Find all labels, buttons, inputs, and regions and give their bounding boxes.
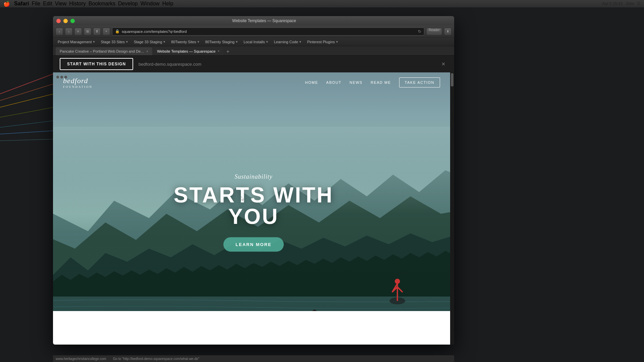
mouse-cursor xyxy=(241,196,246,202)
forward-button[interactable]: › xyxy=(65,28,72,35)
browser-window: Website Templates — Squarespace ‹ › ≡ ⊞ … xyxy=(53,16,454,345)
tab-bar: Pancake Creative – Portland Web Design a… xyxy=(53,46,454,56)
close-window-button[interactable] xyxy=(56,19,61,23)
status-site: www.heritagechristiancollege.com xyxy=(56,357,106,361)
apple-menu[interactable]: 🍎 xyxy=(3,1,10,7)
bookmark-stage33-staging[interactable]: Stage 33 Staging ▼ xyxy=(132,39,168,45)
logo-main: bedford xyxy=(63,76,88,85)
hero-subtitle: Sustainability xyxy=(153,173,354,180)
show-tabs-button[interactable]: ⊞ xyxy=(84,28,91,35)
tab-close-button[interactable]: × xyxy=(146,50,148,53)
nav-news[interactable]: NEWS xyxy=(350,80,363,84)
bookmark-stage33-sites[interactable]: Stage 33 Sites ▼ xyxy=(99,39,130,45)
status-bar: www.heritagechristiancollege.com Go to "… xyxy=(53,355,454,362)
share-button[interactable]: ⬆ xyxy=(93,28,101,35)
menu-file[interactable]: File xyxy=(30,1,42,7)
download-button[interactable]: ⬇ xyxy=(444,28,451,35)
close-preview-button[interactable]: × xyxy=(439,60,447,68)
bedford-preview[interactable]: bedford FOUNDATION HOME ABOUT NEWS READ … xyxy=(53,72,454,345)
ss-topbar: START WITH THIS DESIGN bedford-demo.squa… xyxy=(53,56,454,72)
white-section xyxy=(53,311,450,345)
show-sidebar-button[interactable]: ≡ xyxy=(74,28,82,35)
address-bar[interactable]: 🔒 squarespace.com/templates?q=bedford ↻ xyxy=(112,27,424,36)
menu-help[interactable]: Help xyxy=(161,1,175,7)
menu-develop[interactable]: Develop xyxy=(117,1,139,7)
svg-line-6 xyxy=(0,139,54,141)
nav-take-action[interactable]: TAKE ACTION xyxy=(399,77,440,87)
bookmark-80twenty-sites[interactable]: 80Twenty Sites ▼ xyxy=(169,39,202,45)
bookmark-local-installs[interactable]: Local Installs ▼ xyxy=(241,39,271,45)
start-design-button[interactable]: START WITH THIS DESIGN xyxy=(60,58,133,70)
bookmark-dropdown-icon: ▼ xyxy=(125,40,128,44)
bookmark-label: Learning Code xyxy=(274,40,298,44)
maximize-window-button[interactable] xyxy=(70,19,75,23)
bookmark-learning-code[interactable]: Learning Code ▼ xyxy=(272,39,304,45)
reader-button[interactable]: Reader xyxy=(426,28,442,35)
nav-home[interactable]: HOME xyxy=(305,80,318,84)
hero-content: Sustainability STARTS WITH YOU LEARN MOR… xyxy=(153,173,354,252)
bookmark-pinterest-plugins[interactable]: Pinterest Plugins ▼ xyxy=(305,39,340,45)
bookmark-dropdown-icon: ▼ xyxy=(93,40,96,44)
nav-read-me[interactable]: READ ME xyxy=(371,80,391,84)
new-tab-button[interactable]: + xyxy=(224,48,231,55)
scrollbar-thumb[interactable] xyxy=(451,73,453,86)
bookmark-label: Stage 33 Sites xyxy=(101,40,125,44)
scrollbar[interactable] xyxy=(450,72,454,345)
demo-url: bedford-demo.squarespace.com xyxy=(139,62,201,67)
title-bar: Website Templates — Squarespace xyxy=(53,16,454,25)
bookmark-label: Stage 33 Staging xyxy=(134,40,162,44)
menubar-user: John xyxy=(626,1,634,6)
bedford-hero: bedford FOUNDATION HOME ABOUT NEWS READ … xyxy=(53,72,454,345)
add-bookmark-button[interactable]: + xyxy=(103,28,110,35)
menu-edit[interactable]: Edit xyxy=(42,1,54,7)
nav-about[interactable]: ABOUT xyxy=(326,80,341,84)
tab-squarespace[interactable]: Website Templates — Squarespace × xyxy=(153,47,223,55)
bookmark-dropdown-icon: ▼ xyxy=(197,40,200,44)
back-button[interactable]: ‹ xyxy=(56,28,63,35)
bookmark-project-mgmt[interactable]: Project Management ▼ xyxy=(56,39,97,45)
svg-line-1 xyxy=(0,84,54,101)
bookmark-label: Pinterest Plugins xyxy=(307,40,335,44)
menubar-icon-notch: ☰ xyxy=(637,1,641,6)
svg-line-0 xyxy=(0,74,54,94)
svg-line-5 xyxy=(0,131,54,134)
menu-safari[interactable]: Safari xyxy=(13,1,30,7)
bookmark-dropdown-icon: ▼ xyxy=(299,40,302,44)
menubar-time: Apr 5 15:41 xyxy=(602,1,623,6)
logo-sub: FOUNDATION xyxy=(63,85,93,88)
svg-line-2 xyxy=(0,94,54,107)
menu-window[interactable]: Window xyxy=(139,1,161,7)
bookmark-80twenty-staging[interactable]: 80Twenty Staging ▼ xyxy=(203,39,240,45)
squarespace-overlay: START WITH THIS DESIGN bedford-demo.squa… xyxy=(53,56,454,345)
menubar-right: Apr 5 15:41 John ☰ xyxy=(602,1,641,6)
tab-pancake[interactable]: Pancake Creative – Portland Web Design a… xyxy=(56,47,152,55)
window-title: Website Templates — Squarespace xyxy=(77,18,451,23)
bookmark-dropdown-icon: ▼ xyxy=(266,40,269,44)
hero-title: STARTS WITH YOU xyxy=(153,184,354,227)
browser-toolbar: ‹ › ≡ ⊞ ⬆ + 🔒 squarespace.com/templates?… xyxy=(53,25,454,38)
menu-history[interactable]: History xyxy=(68,1,87,7)
bookmark-label: 80Twenty Staging xyxy=(205,40,234,44)
bedford-nav: bedford FOUNDATION HOME ABOUT NEWS READ … xyxy=(53,72,450,93)
svg-line-4 xyxy=(0,121,54,127)
bedford-logo: bedford FOUNDATION xyxy=(63,76,93,88)
desktop-decoration xyxy=(0,67,54,201)
menu-view[interactable]: View xyxy=(54,1,68,7)
status-url: Go to "http://bedford-demo.squarespace.c… xyxy=(113,357,200,361)
bookmarks-bar: Project Management ▼ Stage 33 Sites ▼ St… xyxy=(53,38,454,46)
bookmark-dropdown-icon: ▼ xyxy=(335,40,338,44)
nav-links: HOME ABOUT NEWS READ ME TAKE ACTION xyxy=(305,77,440,87)
tab-label: Website Templates — Squarespace xyxy=(157,49,215,53)
bookmark-label: Local Installs xyxy=(244,40,265,44)
menu-bookmarks[interactable]: Bookmarks xyxy=(87,1,117,7)
tab-close-active-button[interactable]: × xyxy=(218,49,220,53)
refresh-icon[interactable]: ↻ xyxy=(418,29,421,34)
minimize-window-button[interactable] xyxy=(63,19,68,23)
menubar: 🍎 Safari File Edit View History Bookmark… xyxy=(0,0,644,7)
lock-icon: 🔒 xyxy=(115,29,120,34)
bookmark-label: 80Twenty Sites xyxy=(171,40,196,44)
svg-line-3 xyxy=(0,107,54,117)
url-text: squarespace.com/templates?q=bedford xyxy=(122,29,187,34)
learn-more-button[interactable]: LEARN MORE xyxy=(223,237,283,252)
bookmark-label: Project Management xyxy=(58,40,92,44)
